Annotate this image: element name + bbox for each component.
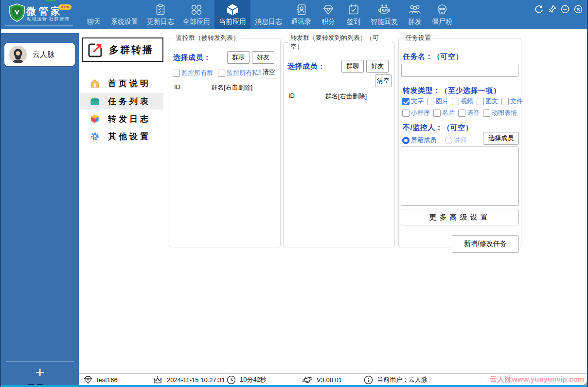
type-imagetext-checkbox[interactable] <box>477 98 484 105</box>
forward-list-header: ID 群名[右击删除] <box>288 92 390 101</box>
add-account-button[interactable]: + <box>1 362 79 383</box>
main-nav: 聊天 系统设置 更新日志 <box>81 0 457 29</box>
more-advanced-settings-button[interactable]: 更多高级设置 <box>401 209 519 225</box>
not-monitor-label: 不/监控人：（可空） <box>403 123 473 132</box>
cube-icon <box>224 1 241 18</box>
nav-checkin[interactable]: 签到 <box>341 0 366 29</box>
minimize-icon[interactable] <box>560 4 570 14</box>
forward-type-label: 转发类型：（至少选择一项） <box>403 86 501 95</box>
close-icon[interactable] <box>573 4 583 14</box>
block-member-radio[interactable] <box>402 137 410 144</box>
member-list-box[interactable] <box>401 147 519 206</box>
gem-icon <box>83 374 93 386</box>
menu-item-home[interactable]: 首页说明 <box>80 75 163 92</box>
add-modify-task-button[interactable]: 新增/修改任务 <box>452 235 519 253</box>
avatar <box>9 46 27 63</box>
clear-button[interactable]: 清空 <box>375 74 392 87</box>
window-bottom-edge <box>1 385 587 387</box>
diamond-icon <box>320 1 337 18</box>
group-chat-button[interactable]: 群聊 <box>341 60 364 73</box>
menu-item-forward-log[interactable]: 转发日志 <box>80 111 163 127</box>
empty-icon <box>116 1 133 18</box>
planet-icon <box>302 374 313 385</box>
nav-system-settings[interactable]: 系统设置 <box>107 0 143 29</box>
type-file-checkbox[interactable] <box>501 98 509 105</box>
lecturer-label[interactable]: 讲师 <box>454 136 466 145</box>
type-text-checkbox[interactable] <box>402 98 410 105</box>
group-icon <box>407 1 423 18</box>
status-current-user: 当前用户：云人脉 <box>363 374 428 386</box>
app-subtitle: 私域运营 社群管理 <box>27 16 70 22</box>
nav-mass-send[interactable]: 群发 <box>402 0 428 29</box>
task-folder-icon <box>89 96 100 107</box>
nav-all-apps[interactable]: 全部应用 <box>178 0 214 29</box>
select-members-label: 选择成员： <box>287 62 325 71</box>
menu-item-task-list[interactable]: 任务列表 <box>80 93 163 110</box>
monitor-all-private-checkbox[interactable] <box>218 70 225 77</box>
task-settings-panel: 任务设置 任务名：（可空） 转发类型：（至少选择一项） 文字 图片 视频 图文 … <box>398 34 521 247</box>
log-box-icon <box>89 113 100 124</box>
status-version: V3.08.01 <box>302 374 342 386</box>
column-id: ID <box>288 92 325 101</box>
type-gif-checkbox[interactable] <box>483 110 490 117</box>
status-uptime: 10分42秒 <box>226 374 267 386</box>
type-voice-checkbox[interactable] <box>458 110 465 117</box>
forward-group-panel: 转发群（要转发到的列表）（可空） 选择成员： 群聊 好友 清空 ID 群名[右击… <box>283 34 395 247</box>
resize-grip[interactable] <box>583 382 587 386</box>
monitor-panel-legend: 监控群（被转发列表） <box>174 34 241 42</box>
clear-button[interactable]: 清空 <box>261 66 277 78</box>
monitor-list-header: ID 群名[右击删除] <box>174 83 275 92</box>
app-logo: 微管家 ICRN 私域运营 社群管理 <box>8 2 78 27</box>
logo-divider <box>5 25 73 26</box>
column-id: ID <box>174 83 211 92</box>
home-icon <box>89 78 100 89</box>
clipboard-icon <box>152 1 169 18</box>
forward-type-row1: 文字 图片 视频 图文 文件 <box>402 97 520 106</box>
pin-icon[interactable] <box>547 4 557 14</box>
nav-auto-reply[interactable]: 智能回复 <box>366 0 402 29</box>
nav-points[interactable]: 积分 <box>316 0 341 29</box>
gear-icon <box>89 131 100 142</box>
block-member-label[interactable]: 屏蔽成员 <box>411 136 436 145</box>
robot-icon <box>376 1 392 18</box>
monitor-all-private-label[interactable]: 监控所有私聊 <box>227 69 265 77</box>
topbar: 微管家 ICRN 私域运营 社群管理 聊天 系统设置 <box>1 0 587 29</box>
status-bar: test166 2024-11-15 10:27:31 10分42秒 <box>79 373 587 385</box>
clock-icon <box>226 375 236 385</box>
forward-type-row2: 小程序 名片 语音 动图表情 <box>402 109 520 117</box>
nav-chat[interactable]: 聊天 <box>81 0 107 29</box>
monitor-all-groups-checkbox[interactable] <box>173 70 180 77</box>
body-row: 云人脉 + 多群转播 <box>1 29 587 387</box>
friend-button[interactable]: 好友 <box>366 60 389 73</box>
friend-button[interactable]: 好友 <box>252 51 274 64</box>
window-controls <box>534 4 583 14</box>
monitor-all-groups-label[interactable]: 监控所有群 <box>181 69 213 77</box>
contacts-icon <box>293 1 309 18</box>
logo-badge: ICRN <box>58 4 71 10</box>
broadcast-export-icon <box>87 41 104 58</box>
nav-zombie-fans[interactable]: 僵尸粉 <box>428 0 457 29</box>
select-member-button[interactable]: 选择成员 <box>483 132 519 145</box>
type-video-checkbox[interactable] <box>452 98 459 105</box>
shield-logo-icon <box>9 3 25 22</box>
empty-icon <box>86 1 102 18</box>
forward-panel-legend: 转发群（要转发到的列表）（可空） <box>288 34 392 51</box>
app-window: 微管家 ICRN 私域运营 社群管理 聊天 系统设置 <box>0 0 588 387</box>
current-app-header: 多群转播 <box>82 37 163 62</box>
grid-icon <box>188 1 205 18</box>
nav-message-log[interactable]: 消息日志 <box>250 0 286 29</box>
nav-contacts[interactable]: 通讯录 <box>286 0 316 29</box>
type-miniprogram-checkbox[interactable] <box>402 110 410 117</box>
type-image-checkbox[interactable] <box>427 98 434 105</box>
task-name-input[interactable] <box>401 64 518 77</box>
type-card-checkbox[interactable] <box>433 110 441 117</box>
menu-item-other-settings[interactable]: 其他设置 <box>80 128 163 145</box>
calendar-check-icon <box>345 1 362 18</box>
refresh-icon[interactable] <box>534 4 544 14</box>
lecturer-radio[interactable] <box>445 137 452 144</box>
group-chat-button[interactable]: 群聊 <box>227 51 249 64</box>
nav-current-app[interactable]: 当前应用 <box>214 0 250 29</box>
nav-update-log[interactable]: 更新日志 <box>143 0 178 29</box>
account-item[interactable]: 云人脉 <box>4 43 75 66</box>
info-icon <box>363 375 374 385</box>
